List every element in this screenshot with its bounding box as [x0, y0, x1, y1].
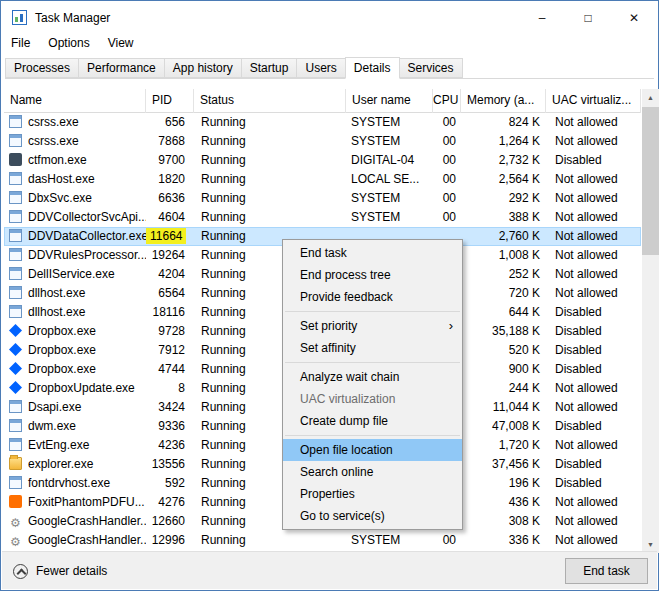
context-menu-item-analyze-wait-chain[interactable]: Analyze wait chain [283, 366, 462, 388]
pid-cell: 4744 [146, 360, 194, 379]
process-name: Dropbox.exe [28, 324, 96, 338]
context-menu-item-properties[interactable]: Properties [283, 483, 462, 505]
context-menu-item-create-dump-file[interactable]: Create dump file [283, 410, 462, 432]
dropbox-icon [9, 324, 22, 337]
pid-cell: 9336 [146, 417, 194, 436]
maximize-button[interactable]: □ [565, 2, 611, 33]
process-name-cell: ctfmon.exe [4, 151, 146, 170]
column-header-memory[interactable]: Memory (a... [461, 89, 546, 113]
memory-cell: 292 K [461, 189, 546, 208]
cpu-cell: 00 [433, 189, 461, 208]
context-menu-item-end-process-tree[interactable]: End process tree [283, 264, 462, 286]
pid-cell: 12660 [146, 512, 194, 531]
context-menu-item-end-task[interactable]: End task [283, 242, 462, 264]
tab-performance[interactable]: Performance [78, 58, 165, 78]
context-menu-item-set-affinity[interactable]: Set affinity [283, 337, 462, 359]
tab-app-history[interactable]: App history [164, 58, 242, 78]
tab-startup[interactable]: Startup [241, 58, 298, 78]
context-menu-item-provide-feedback[interactable]: Provide feedback [283, 286, 462, 308]
uac-virtualization-cell: Disabled [546, 474, 641, 493]
menu-separator [285, 435, 460, 436]
process-name-cell: csrss.exe [4, 132, 146, 151]
context-menu-item-set-priority[interactable]: Set priority› [283, 315, 462, 337]
context-menu-item-search-online[interactable]: Search online [283, 461, 462, 483]
tab-services[interactable]: Services [399, 58, 463, 78]
process-name: csrss.exe [28, 134, 79, 148]
task-manager-window: Task Manager – □ ✕ FileOptionsView Proce… [0, 0, 659, 591]
vertical-scrollbar[interactable]: ▲ ▼ [642, 89, 659, 553]
memory-cell: 47,008 K [461, 417, 546, 436]
process-row[interactable]: csrss.exe656RunningSYSTEM00824 KNot allo… [4, 113, 641, 132]
status-cell: Running [194, 170, 346, 189]
process-row[interactable]: DDVCollectorSvcApi...4604RunningSYSTEM00… [4, 208, 641, 227]
process-name-cell: FoxitPhantomPDFU... [4, 493, 146, 512]
process-name: DropboxUpdate.exe [28, 381, 135, 395]
uac-virtualization-cell: Not allowed [546, 132, 641, 151]
end-task-button[interactable]: End task [565, 558, 648, 584]
menubar-item-options[interactable]: Options [39, 33, 98, 54]
process-row[interactable]: dasHost.exe1820RunningLOCAL SE...002,564… [4, 170, 641, 189]
process-row[interactable]: ⚙GoogleCrashHandler...12996RunningSYSTEM… [4, 531, 641, 550]
memory-cell: 336 K [461, 531, 546, 550]
cpu-cell: 00 [433, 170, 461, 189]
uac-virtualization-cell: Not allowed [546, 512, 641, 531]
process-row[interactable]: ctfmon.exe9700RunningDIGITAL-04002,732 K… [4, 151, 641, 170]
uac-virtualization-cell: Not allowed [546, 493, 641, 512]
column-header-pid[interactable]: PID [146, 89, 194, 113]
pid-cell: 9728 [146, 322, 194, 341]
memory-cell: 2,760 K [461, 227, 546, 246]
uac-virtualization-cell: Disabled [546, 322, 641, 341]
memory-cell: 1,720 K [461, 436, 546, 455]
fewer-details-toggle[interactable]: Fewer details [13, 552, 107, 590]
column-header-uac[interactable]: UAC virtualiz... [546, 89, 641, 113]
process-name: Dropbox.exe [28, 343, 96, 357]
application-icon [9, 248, 22, 261]
column-header-cpu[interactable]: CPU [433, 89, 461, 113]
memory-cell: 244 K [461, 379, 546, 398]
tab-users[interactable]: Users [296, 58, 345, 78]
process-name-cell: Dropbox.exe [4, 360, 146, 379]
process-name: ctfmon.exe [28, 153, 87, 167]
dropbox-icon [9, 381, 22, 394]
close-button[interactable]: ✕ [611, 2, 657, 33]
process-name: csrss.exe [28, 115, 79, 129]
user-name-cell: SYSTEM [346, 531, 433, 550]
context-menu-item-go-to-service-s[interactable]: Go to service(s) [283, 505, 462, 527]
application-icon [9, 172, 22, 185]
title-bar[interactable]: Task Manager – □ ✕ [2, 2, 657, 33]
process-name-cell: Dropbox.exe [4, 322, 146, 341]
memory-cell: 11,044 K [461, 398, 546, 417]
pid-cell: 592 [146, 474, 194, 493]
uac-virtualization-cell: Disabled [546, 455, 641, 474]
application-icon [9, 476, 22, 489]
pid-cell: 8 [146, 379, 194, 398]
uac-virtualization-cell: Disabled [546, 303, 641, 322]
process-name: dasHost.exe [28, 172, 95, 186]
menubar-item-view[interactable]: View [99, 33, 143, 54]
uac-virtualization-cell: Not allowed [546, 436, 641, 455]
context-menu-item-open-file-location[interactable]: Open file location [283, 439, 462, 461]
pid-cell: 4604 [146, 208, 194, 227]
process-name-cell: dllhost.exe [4, 303, 146, 322]
column-header-name[interactable]: Name [4, 89, 146, 113]
process-name-cell: dllhost.exe [4, 284, 146, 303]
process-name-cell: DellIService.exe [4, 265, 146, 284]
memory-cell: 520 K [461, 341, 546, 360]
tab-details[interactable]: Details [345, 57, 400, 79]
scrollbar-thumb[interactable] [642, 107, 659, 255]
process-name: DDVRulesProcessor... [28, 248, 146, 262]
menubar-item-file[interactable]: File [2, 33, 39, 54]
menu-bar: FileOptionsView [2, 33, 143, 54]
column-header-user[interactable]: User name [346, 89, 433, 113]
scroll-up-icon[interactable]: ▲ [642, 89, 659, 106]
process-row[interactable]: csrss.exe7868RunningSYSTEM001,264 KNot a… [4, 132, 641, 151]
pid-cell: 7868 [146, 132, 194, 151]
column-header-status[interactable]: Status [194, 89, 346, 113]
process-row[interactable]: DbxSvc.exe6636RunningSYSTEM00292 KNot al… [4, 189, 641, 208]
memory-cell: 308 K [461, 512, 546, 531]
minimize-button[interactable]: – [519, 2, 565, 33]
pid-cell: 3424 [146, 398, 194, 417]
process-name-cell: explorer.exe [4, 455, 146, 474]
pid-cell: 12996 [146, 531, 194, 550]
tab-processes[interactable]: Processes [5, 58, 79, 78]
